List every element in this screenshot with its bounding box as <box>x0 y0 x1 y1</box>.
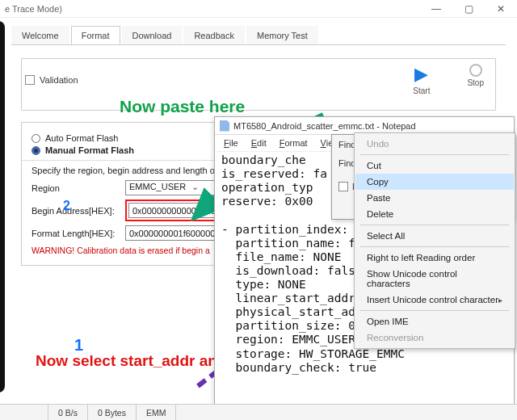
window-controls: — ▢ ✕ <box>420 0 517 18</box>
context-menu-delete[interactable]: Delete <box>355 206 514 222</box>
status-speed: 0 B/s <box>48 405 88 420</box>
notepad-menu-edit[interactable]: Edit <box>246 136 272 149</box>
context-menu-undo: Undo <box>355 136 514 152</box>
minimize-button[interactable]: — <box>420 0 452 18</box>
radio-auto-label: Auto Format Flash <box>45 133 118 143</box>
action-buttons: ▶ Start Stop <box>413 64 492 95</box>
start-button[interactable]: ▶ Start <box>413 64 430 95</box>
context-menu-paste[interactable]: Paste <box>355 190 514 206</box>
tab-format[interactable]: Format <box>71 26 120 44</box>
checkbox-icon <box>338 182 348 191</box>
maximize-button[interactable]: ▢ <box>452 0 485 18</box>
validation-checkbox[interactable]: Validation <box>25 75 78 85</box>
tab-readback[interactable]: Readback <box>183 26 245 44</box>
checkbox-icon <box>25 75 35 85</box>
start-label: Start <box>413 86 430 95</box>
context-menu-separator <box>360 225 509 225</box>
status-mode: EMM <box>137 405 177 420</box>
context-menu-cut[interactable]: Cut <box>355 158 514 174</box>
submenu-arrow-icon: ▸ <box>498 296 502 304</box>
validation-label: Validation <box>40 75 78 85</box>
tab-welcome[interactable]: Welcome <box>11 26 69 44</box>
notepad-menu-format[interactable]: Format <box>274 136 313 149</box>
chevron-down-icon: ⌄ <box>188 182 199 191</box>
stop-icon <box>469 64 482 77</box>
status-bytes: 0 Bytes <box>88 405 137 420</box>
context-menu-right-to-left-reading-order[interactable]: Right to left Reading order <box>355 250 514 266</box>
play-icon: ▶ <box>414 64 428 85</box>
context-menu-separator <box>360 246 509 247</box>
tab-memory-test[interactable]: Memory Test <box>246 26 318 44</box>
validation-row: Validation ▶ Start Stop <box>21 58 496 111</box>
title-suffix: e Trace Mode) <box>5 4 62 14</box>
format-length-label: Format Length[HEX]: <box>32 229 120 238</box>
begin-address-label: Begin Address[HEX]: <box>32 206 120 216</box>
annotation-step-2: 2 <box>63 199 70 213</box>
context-menu-show-unicode-control-characters[interactable]: Show Unicode control characters <box>355 266 514 292</box>
context-menu-separator <box>360 310 509 311</box>
radio-manual-label: Manual Format Flash <box>45 145 134 155</box>
context-menu-separator <box>360 154 509 155</box>
stop-label: Stop <box>467 78 484 87</box>
context-menu-select-all[interactable]: Select All <box>355 228 514 244</box>
annotation-paste-here: Now paste here <box>120 97 245 116</box>
notepad-title: MT6580_Android_scatter_emmc.txt - Notepa… <box>233 121 416 131</box>
region-select[interactable]: EMMC_USER ⌄ <box>125 180 222 195</box>
notepad-menu-file[interactable]: File <box>218 136 244 149</box>
status-progress <box>0 405 48 420</box>
radio-selected-icon <box>32 146 40 155</box>
region-label: Region <box>32 183 120 193</box>
tab-download[interactable]: Download <box>122 26 183 44</box>
main-tabs: Welcome Format Download Readback Memory … <box>0 18 517 44</box>
context-menu: UndoCutCopyPasteDeleteSelect AllRight to… <box>354 132 515 349</box>
context-menu-copy[interactable]: Copy <box>355 174 514 190</box>
radio-icon <box>32 134 40 143</box>
context-menu-insert-unicode-control-character[interactable]: Insert Unicode control character▸ <box>355 292 514 308</box>
context-menu-open-ime[interactable]: Open IME <box>355 313 514 330</box>
status-bar: 0 B/s 0 Bytes EMM <box>0 404 517 420</box>
region-value: EMMC_USER <box>129 182 186 191</box>
close-button[interactable]: ✕ <box>485 0 517 18</box>
notepad-file-icon <box>220 120 229 132</box>
context-menu-reconversion: Reconversion <box>355 330 514 346</box>
stop-button[interactable]: Stop <box>467 64 484 95</box>
